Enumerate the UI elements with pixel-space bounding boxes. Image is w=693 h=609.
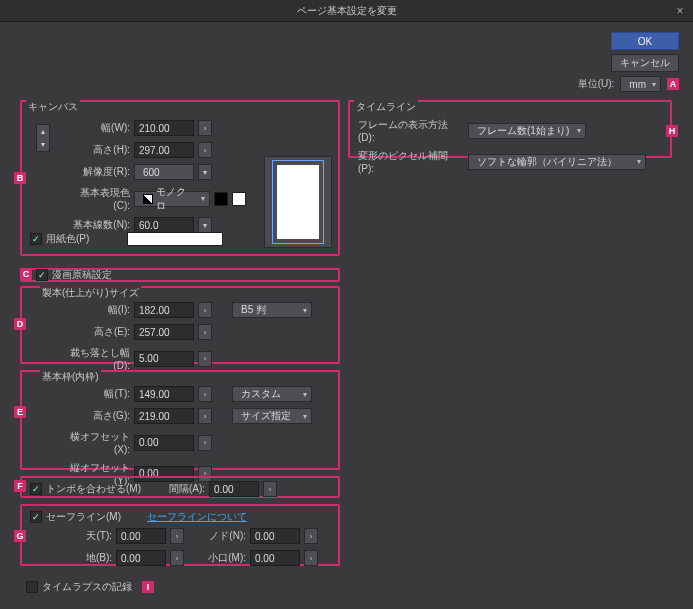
timelapse-checkbox[interactable]: ✓ [26,581,38,593]
timeline-pixel-label: 変形のピクセル補間(P): [358,149,464,174]
spinner-icon[interactable]: › [198,120,212,136]
swatch-white[interactable] [232,192,246,206]
spinner-icon[interactable]: › [198,324,212,340]
canvas-line-input[interactable] [134,217,194,233]
base-xoff-input[interactable] [134,435,194,451]
base-preset-select[interactable]: カスタム▾ [232,386,312,402]
orientation-toggle[interactable]: ▲ ▼ [36,124,50,152]
canvas-height-input[interactable] [134,142,194,158]
base-xoff-label: 横オフセット(X): [60,430,130,455]
manga-checkbox[interactable]: ✓ [36,269,48,281]
spinner-icon[interactable]: › [170,528,184,544]
spinner-icon[interactable]: › [170,550,184,566]
spinner-icon[interactable]: › [198,351,212,367]
safe-ten-input[interactable] [116,528,166,544]
tombo-checkbox[interactable]: ✓ [30,483,42,495]
timeline-display-label: フレームの表示方法(D): [358,118,464,143]
chevron-down-icon: ▾ [577,126,581,135]
marker-a: A [667,78,679,90]
base-title: 基本枠(内枠) [40,370,101,384]
marker-c: C [20,268,32,280]
base-width-label: 幅(T): [60,387,130,401]
marker-i: I [142,581,154,593]
cancel-button[interactable]: キャンセル [611,54,679,72]
timelapse-label: タイムラプスの記録 [42,580,132,594]
binding-title: 製本(仕上がり)サイズ [40,286,141,300]
close-icon[interactable]: × [673,4,687,18]
chevron-down-icon: ▾ [303,306,307,315]
base-height-label: 高さ(G): [60,409,130,423]
binding-height-label: 高さ(E): [60,325,130,339]
timeline-group: タイムライン フレームの表示方法(D): フレーム数(1始まり)▾ 変形のピクセ… [348,100,672,158]
marker-h: H [666,125,678,137]
manga-label: 漫画原稿設定 [52,268,112,282]
spinner-icon[interactable]: › [198,386,212,402]
swatch-black[interactable] [214,192,228,206]
canvas-colormode-select[interactable]: モノクロ ▾ [134,191,210,207]
chevron-down-icon: ▾ [637,157,641,166]
timeline-display-select[interactable]: フレーム数(1始まり)▾ [468,123,586,139]
spinner-icon[interactable]: › [198,302,212,318]
canvas-group: キャンバス ▲ ▼ 幅(W): › 高さ(H): › 解像度(R): 600 ▾… [20,100,340,256]
spinner-icon[interactable]: › [198,435,212,451]
chevron-down-icon: ▾ [652,80,656,89]
timeline-pixel-select[interactable]: ソフトな輪郭（バイリニア法）▾ [468,154,646,170]
chevron-down-icon: ▾ [303,412,307,421]
preview-paper [277,165,319,239]
base-height-input[interactable] [134,408,194,424]
canvas-line-label: 基本線数(N): [72,218,130,232]
marker-b: B [14,172,26,184]
arrow-down-icon: ▼ [37,138,49,151]
chevron-down-icon[interactable]: ▾ [198,217,212,233]
binding-preset-select[interactable]: B5 判▾ [232,302,312,318]
canvas-title: キャンバス [26,100,80,114]
ok-button[interactable]: OK [611,32,679,50]
safe-label: セーフライン(M) [46,510,121,524]
paper-color-field[interactable] [127,232,223,246]
spinner-icon[interactable]: › [263,481,277,497]
binding-bleed-label: 裁ち落とし幅(D): [60,346,130,371]
binding-width-label: 幅(I): [60,303,130,317]
canvas-width-label: 幅(W): [72,121,130,135]
safe-chi-label: 地(B): [70,551,112,565]
binding-bleed-input[interactable] [134,351,194,367]
base-group: 基本枠(内枠) 幅(T): › カスタム▾ 高さ(G): › サイズ指定▾ 横オ… [20,370,340,470]
spinner-icon[interactable]: › [304,550,318,566]
safe-koguchi-input[interactable] [250,550,300,566]
spinner-icon[interactable]: › [198,408,212,424]
tombo-label: トンボを合わせる(M) [46,482,141,496]
base-width-input[interactable] [134,386,194,402]
paper-label: 用紙色(P) [46,232,89,246]
chevron-down-icon: ▾ [201,194,205,203]
canvas-res-select[interactable]: 600 [134,164,194,180]
timeline-title: タイムライン [354,100,418,114]
safe-koguchi-label: 小口(M): [204,551,246,565]
base-sizespec-select[interactable]: サイズ指定▾ [232,408,312,424]
spinner-icon[interactable]: › [198,142,212,158]
safe-nodo-input[interactable] [250,528,300,544]
binding-group: 製本(仕上がり)サイズ 幅(I): › B5 判▾ 高さ(E): › 裁ち落とし… [20,286,340,364]
unit-label: 単位(U): [578,77,615,91]
safe-nodo-label: ノド(N): [204,529,246,543]
safe-group: ✓ セーフライン(M) セーフラインについて 天(T): › ノド(N): › … [20,504,340,566]
canvas-width-input[interactable] [134,120,194,136]
dialog-title: ページ基本設定を変更 [297,4,397,18]
chevron-down-icon[interactable]: ▾ [198,164,212,180]
safe-checkbox[interactable]: ✓ [30,511,42,523]
tombo-gap-input[interactable] [209,481,259,497]
paper-checkbox[interactable]: ✓ [30,233,42,245]
spinner-icon[interactable]: › [304,528,318,544]
safe-chi-input[interactable] [116,550,166,566]
binding-width-input[interactable] [134,302,194,318]
marker-e: E [14,406,26,418]
unit-select[interactable]: mm▾ [620,76,661,92]
arrow-up-icon: ▲ [37,125,49,138]
safe-ten-label: 天(T): [70,529,112,543]
tombo-gap-label: 間隔(A): [169,482,205,496]
canvas-colormode-label: 基本表現色(C): [72,186,130,211]
canvas-res-label: 解像度(R): [72,165,130,179]
binding-height-input[interactable] [134,324,194,340]
marker-d: D [14,318,26,330]
canvas-height-label: 高さ(H): [72,143,130,157]
safe-about-link[interactable]: セーフラインについて [147,510,247,524]
